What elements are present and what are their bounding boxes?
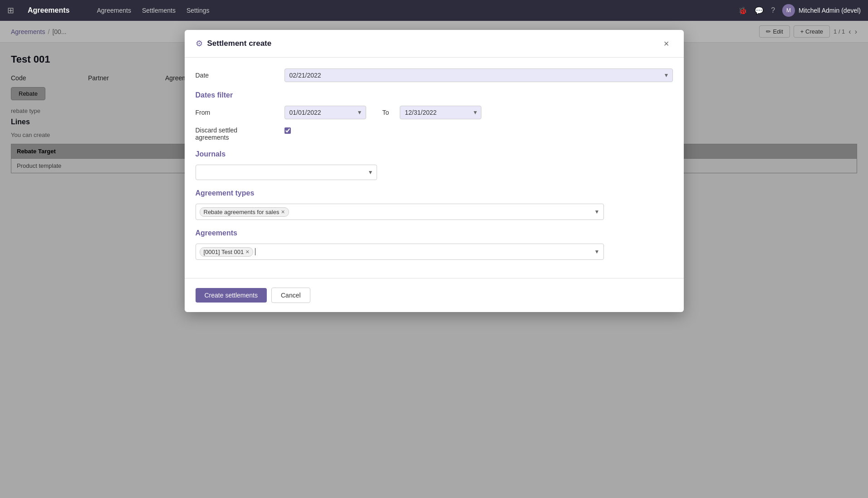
nav-settings[interactable]: Settings xyxy=(186,7,210,14)
create-settlements-button[interactable]: Create settlements xyxy=(196,288,267,303)
agreement-types-input[interactable]: Rebate agreements for sales × ▼ xyxy=(196,204,604,220)
to-label: To xyxy=(383,109,389,116)
chat-icon[interactable]: 💬 xyxy=(755,6,764,15)
help-icon[interactable]: ? xyxy=(771,6,775,15)
modal-overlay: ⚙ Settlement create × Date ▼ Dates filte… xyxy=(0,21,868,498)
nav-agreements[interactable]: Agreements xyxy=(97,7,131,14)
main-bg: Agreements / [00... ✏ Edit + Create 1 / … xyxy=(0,21,868,498)
modal-header: ⚙ Settlement create × xyxy=(185,30,684,58)
dates-filter-heading: Dates filter xyxy=(196,91,673,99)
user-menu[interactable]: M Mitchell Admin (devel) xyxy=(782,4,861,17)
to-date-select[interactable]: 12/31/2022 xyxy=(400,106,481,119)
modal-body: Date ▼ Dates filter From 01/01/2022 xyxy=(185,58,684,274)
discard-checkbox[interactable] xyxy=(284,127,291,134)
modal-close-button[interactable]: × xyxy=(660,37,673,50)
agreement-types-row: Rebate agreements for sales × ▼ xyxy=(196,204,673,220)
discard-row: Discard settledagreements xyxy=(196,127,673,141)
nav-settlements[interactable]: Settlements xyxy=(142,7,176,14)
agreements-input[interactable]: [0001] Test 001 × ▼ xyxy=(196,244,604,260)
app-title: Agreements xyxy=(28,6,69,15)
date-input-wrapper: ▼ xyxy=(284,68,673,82)
from-label: From xyxy=(196,109,277,116)
from-to-row: From 01/01/2022 ▼ To 12/31/2022 ▼ xyxy=(196,106,673,119)
agreement-tag-label: [0001] Test 001 xyxy=(204,249,244,255)
journals-select[interactable] xyxy=(196,165,377,180)
avatar: M xyxy=(782,4,795,17)
modal-settings-icon: ⚙ xyxy=(196,39,203,49)
bug-icon[interactable]: 🐞 xyxy=(738,6,747,15)
agreements-heading: Agreements xyxy=(196,229,673,237)
apps-menu[interactable]: ⊞ xyxy=(7,5,14,15)
date-row: Date ▼ xyxy=(196,68,673,82)
top-nav: ⊞ Agreements Agreements Settlements Sett… xyxy=(0,0,868,21)
discard-label: Discard settledagreements xyxy=(196,127,277,141)
journals-heading: Journals xyxy=(196,150,673,158)
date-label: Date xyxy=(196,72,277,79)
agreement-types-arrow: ▼ xyxy=(594,209,600,215)
journals-row: ▼ xyxy=(196,165,673,180)
agreement-types-heading: Agreement types xyxy=(196,189,673,197)
agreement-tag: [0001] Test 001 × xyxy=(200,247,254,257)
nav-right: 🐞 💬 ? M Mitchell Admin (devel) xyxy=(738,4,861,17)
agreements-arrow: ▼ xyxy=(594,249,600,255)
modal-dialog: ⚙ Settlement create × Date ▼ Dates filte… xyxy=(185,30,684,312)
date-input[interactable] xyxy=(284,68,673,82)
from-date-select[interactable]: 01/01/2022 xyxy=(284,106,366,119)
to-select-wrapper: 12/31/2022 ▼ xyxy=(400,106,481,119)
agreements-row: [0001] Test 001 × ▼ xyxy=(196,244,673,260)
from-select-wrapper: 01/01/2022 ▼ xyxy=(284,106,366,119)
agreement-type-tag-remove[interactable]: × xyxy=(281,209,284,215)
modal-title-row: ⚙ Settlement create xyxy=(196,39,272,49)
modal-title: Settlement create xyxy=(207,39,272,48)
tag-cursor xyxy=(255,248,255,255)
user-name: Mitchell Admin (devel) xyxy=(799,7,861,14)
grid-icon: ⊞ xyxy=(7,5,14,15)
agreement-tag-remove[interactable]: × xyxy=(245,249,249,255)
agreement-type-tag: Rebate agreements for sales × xyxy=(200,207,289,217)
journals-select-wrapper: ▼ xyxy=(196,165,377,180)
modal-footer: Create settlements Cancel xyxy=(185,278,684,312)
nav-links: Agreements Settlements Settings xyxy=(97,7,209,14)
cancel-button[interactable]: Cancel xyxy=(271,288,310,303)
agreement-type-tag-label: Rebate agreements for sales xyxy=(204,209,280,215)
